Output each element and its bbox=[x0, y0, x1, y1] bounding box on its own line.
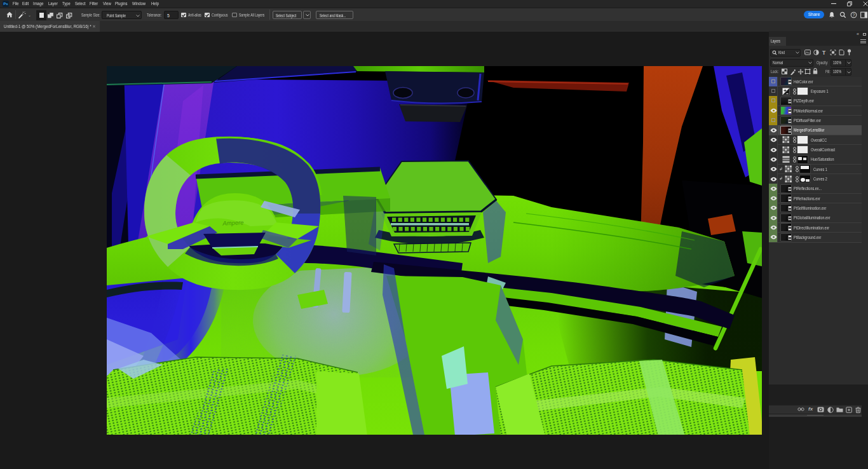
svg-text:?: ? bbox=[853, 13, 855, 17]
svg-text:Ampere: Ampere bbox=[222, 219, 244, 227]
